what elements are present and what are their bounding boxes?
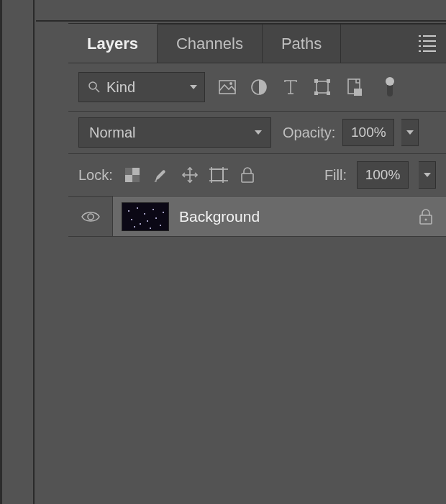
tab-paths[interactable]: Paths [263, 24, 341, 63]
filter-kind-select[interactable]: Kind [78, 72, 205, 102]
search-icon [88, 81, 101, 94]
layer-locked-icon[interactable] [419, 209, 433, 225]
svg-rect-19 [211, 169, 223, 181]
svg-rect-7 [327, 79, 330, 83]
layer-row[interactable]: Background [68, 197, 446, 237]
svg-rect-24 [242, 174, 253, 182]
svg-point-25 [88, 214, 94, 220]
svg-point-0 [89, 82, 96, 89]
svg-line-1 [96, 89, 99, 92]
svg-rect-6 [314, 79, 318, 83]
layers-panel: Layers Channels Paths Kind [68, 23, 446, 504]
filter-toggle-switch[interactable] [381, 78, 399, 96]
tab-layers[interactable]: Layers [68, 24, 158, 63]
blend-mode-select[interactable]: Normal [78, 117, 271, 148]
eye-icon [81, 210, 101, 224]
lock-paint-icon[interactable] [152, 166, 170, 184]
svg-point-13 [386, 77, 394, 86]
svg-rect-9 [327, 91, 330, 95]
layer-item[interactable]: Background [113, 197, 446, 236]
svg-point-27 [425, 219, 427, 221]
layer-thumbnail [122, 202, 169, 231]
dock-strip [0, 0, 35, 504]
lock-label: Lock: [78, 167, 113, 184]
blend-opacity-bar: Normal Opacity: 100% [68, 112, 446, 154]
filter-kind-label: Kind [106, 79, 135, 96]
panel-menu-icon[interactable] [417, 24, 437, 63]
svg-rect-5 [317, 81, 328, 93]
filter-pixel-icon[interactable] [218, 78, 237, 96]
lock-fill-bar: Lock: Fill: 100% [68, 154, 446, 197]
fill-label: Fill: [324, 167, 347, 184]
filter-shape-icon[interactable] [313, 78, 332, 96]
filter-type-icon[interactable] [281, 78, 300, 96]
svg-point-3 [229, 82, 232, 85]
fill-field[interactable]: 100% [357, 161, 409, 189]
lock-artboard-icon[interactable] [209, 166, 228, 184]
layer-filter-bar: Kind [68, 63, 446, 112]
layer-name: Background [179, 208, 260, 225]
opacity-dropdown[interactable] [401, 119, 419, 146]
svg-rect-16 [132, 175, 140, 182]
lock-position-icon[interactable] [181, 166, 199, 184]
svg-rect-15 [125, 168, 132, 175]
svg-rect-8 [314, 91, 318, 95]
opacity-field[interactable]: 100% [342, 119, 394, 146]
blend-mode-value: Normal [89, 125, 135, 141]
panel-tab-bar: Layers Channels Paths [68, 23, 446, 63]
filter-smartobject-icon[interactable] [345, 78, 363, 96]
panel-gap [36, 0, 446, 22]
tab-channels[interactable]: Channels [158, 24, 263, 63]
lock-all-icon[interactable] [238, 166, 257, 184]
opacity-label: Opacity: [283, 125, 335, 141]
lock-transparency-icon[interactable] [123, 166, 142, 184]
svg-rect-11 [354, 89, 362, 96]
layer-visibility-toggle[interactable] [68, 197, 113, 236]
filter-adjustment-icon[interactable] [250, 78, 268, 96]
fill-dropdown[interactable] [419, 161, 436, 189]
